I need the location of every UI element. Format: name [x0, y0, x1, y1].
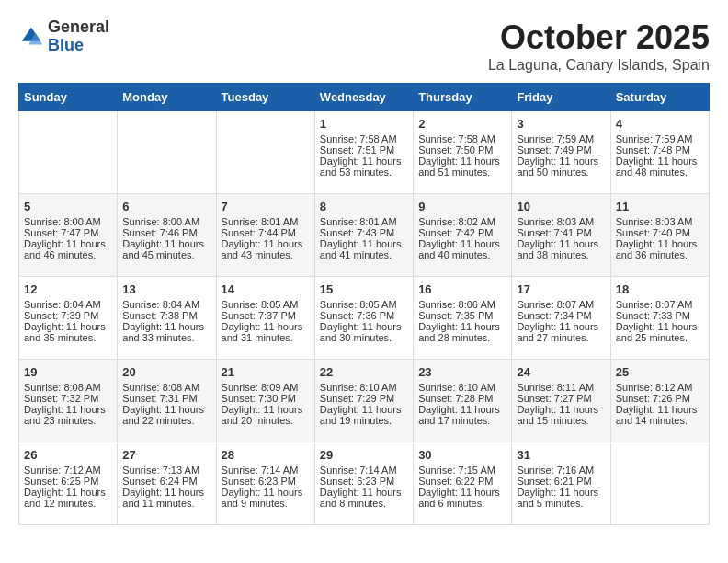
header-friday: Friday: [512, 84, 610, 111]
calendar-cell: [19, 111, 118, 194]
daylight: Daylight: 11 hours and 25 minutes.: [616, 321, 698, 343]
daylight: Daylight: 11 hours and 22 minutes.: [122, 404, 204, 426]
header-thursday: Thursday: [414, 84, 512, 111]
calendar-cell: 26Sunrise: 7:12 AMSunset: 6:25 PMDayligh…: [19, 442, 118, 525]
sunset: Sunset: 7:30 PM: [222, 393, 296, 404]
sunrise: Sunrise: 7:12 AM: [24, 465, 101, 476]
sunrise: Sunrise: 7:58 AM: [320, 133, 397, 144]
daylight: Daylight: 11 hours and 45 minutes.: [122, 238, 204, 260]
daylight: Daylight: 11 hours and 33 minutes.: [122, 321, 204, 343]
calendar-cell: 11Sunrise: 8:03 AMSunset: 7:40 PMDayligh…: [610, 194, 709, 277]
day-number: 30: [418, 448, 506, 462]
day-number: 13: [122, 282, 210, 296]
calendar-cell: 9Sunrise: 8:02 AMSunset: 7:42 PMDaylight…: [414, 194, 512, 277]
day-number: 7: [222, 200, 310, 213]
sunset: Sunset: 7:37 PM: [222, 310, 296, 321]
day-number: 21: [222, 365, 310, 379]
calendar-cell: 10Sunrise: 8:03 AMSunset: 7:41 PMDayligh…: [512, 194, 610, 277]
daylight: Daylight: 11 hours and 28 minutes.: [418, 321, 500, 343]
header-saturday: Saturday: [610, 84, 709, 111]
sunrise: Sunrise: 8:02 AM: [418, 216, 495, 227]
sunset: Sunset: 7:34 PM: [517, 310, 591, 321]
calendar-cell: 27Sunrise: 7:13 AMSunset: 6:24 PMDayligh…: [118, 442, 216, 525]
sunrise: Sunrise: 8:11 AM: [517, 382, 594, 393]
calendar-cell: 5Sunrise: 8:00 AMSunset: 7:47 PMDaylight…: [19, 194, 118, 277]
sunrise: Sunrise: 7:58 AM: [418, 133, 495, 144]
sunrise: Sunrise: 8:00 AM: [122, 216, 199, 227]
sunrise: Sunrise: 7:59 AM: [616, 133, 693, 144]
sunset: Sunset: 6:21 PM: [517, 476, 591, 487]
calendar-cell: 4Sunrise: 7:59 AMSunset: 7:48 PMDaylight…: [610, 111, 709, 194]
daylight: Daylight: 11 hours and 48 minutes.: [616, 155, 698, 178]
calendar-cell: 17Sunrise: 8:07 AMSunset: 7:34 PMDayligh…: [512, 277, 610, 360]
sunset: Sunset: 7:26 PM: [616, 393, 690, 404]
header-sunday: Sunday: [19, 84, 118, 111]
calendar-cell: 19Sunrise: 8:08 AMSunset: 7:32 PMDayligh…: [19, 360, 118, 442]
sunset: Sunset: 7:40 PM: [616, 227, 690, 238]
sunrise: Sunrise: 7:14 AM: [222, 465, 299, 476]
sunset: Sunset: 6:22 PM: [418, 476, 493, 487]
daylight: Daylight: 11 hours and 53 minutes.: [320, 155, 402, 178]
sunset: Sunset: 7:32 PM: [24, 393, 98, 404]
sunset: Sunset: 7:49 PM: [517, 144, 591, 155]
daylight: Daylight: 11 hours and 41 minutes.: [320, 238, 402, 260]
day-number: 5: [24, 200, 112, 213]
daylight: Daylight: 11 hours and 36 minutes.: [616, 238, 698, 260]
daylight: Daylight: 11 hours and 14 minutes.: [616, 404, 698, 426]
calendar-cell: 31Sunrise: 7:16 AMSunset: 6:21 PMDayligh…: [512, 442, 610, 525]
location: La Laguna, Canary Islands, Spain: [488, 57, 710, 74]
sunset: Sunset: 6:25 PM: [24, 476, 98, 487]
day-number: 27: [122, 448, 210, 462]
sunset: Sunset: 7:50 PM: [418, 144, 493, 155]
day-number: 3: [517, 117, 605, 131]
header-wednesday: Wednesday: [314, 84, 413, 111]
logo: General Blue: [18, 18, 109, 55]
logo-icon: [18, 24, 44, 50]
calendar-cell: 8Sunrise: 8:01 AMSunset: 7:43 PMDaylight…: [314, 194, 413, 277]
calendar-cell: 25Sunrise: 8:12 AMSunset: 7:26 PMDayligh…: [610, 360, 709, 442]
daylight: Daylight: 11 hours and 19 minutes.: [320, 404, 402, 426]
sunrise: Sunrise: 8:09 AM: [222, 382, 299, 393]
calendar-cell: 1Sunrise: 7:58 AMSunset: 7:51 PMDaylight…: [314, 111, 413, 194]
day-number: 20: [122, 365, 210, 379]
day-number: 16: [418, 282, 506, 296]
sunset: Sunset: 7:42 PM: [418, 227, 493, 238]
sunset: Sunset: 7:38 PM: [122, 310, 197, 321]
sunset: Sunset: 7:48 PM: [616, 144, 690, 155]
sunrise: Sunrise: 8:05 AM: [222, 299, 299, 310]
title-section: October 2025 La Laguna, Canary Islands, …: [488, 18, 710, 74]
sunrise: Sunrise: 8:12 AM: [616, 382, 693, 393]
sunrise: Sunrise: 8:03 AM: [517, 216, 594, 227]
calendar-cell: 7Sunrise: 8:01 AMSunset: 7:44 PMDaylight…: [216, 194, 314, 277]
logo-text: General Blue: [48, 18, 109, 55]
daylight: Daylight: 11 hours and 23 minutes.: [24, 404, 106, 426]
week-row-0: 1Sunrise: 7:58 AMSunset: 7:51 PMDaylight…: [19, 111, 710, 194]
calendar-cell: 29Sunrise: 7:14 AMSunset: 6:23 PMDayligh…: [314, 442, 413, 525]
week-row-1: 5Sunrise: 8:00 AMSunset: 7:47 PMDaylight…: [19, 194, 710, 277]
day-number: 26: [24, 448, 112, 462]
calendar-cell: 21Sunrise: 8:09 AMSunset: 7:30 PMDayligh…: [216, 360, 314, 442]
sunrise: Sunrise: 7:16 AM: [517, 465, 594, 476]
sunset: Sunset: 7:39 PM: [24, 310, 98, 321]
calendar-cell: [118, 111, 216, 194]
calendar-table: SundayMondayTuesdayWednesdayThursdayFrid…: [18, 83, 710, 525]
sunset: Sunset: 6:23 PM: [320, 476, 394, 487]
sunset: Sunset: 7:43 PM: [320, 227, 394, 238]
day-number: 25: [616, 365, 704, 379]
sunset: Sunset: 7:36 PM: [320, 310, 394, 321]
week-row-2: 12Sunrise: 8:04 AMSunset: 7:39 PMDayligh…: [19, 277, 710, 360]
calendar-cell: 16Sunrise: 8:06 AMSunset: 7:35 PMDayligh…: [414, 277, 512, 360]
sunset: Sunset: 7:47 PM: [24, 227, 98, 238]
sunset: Sunset: 6:24 PM: [122, 476, 197, 487]
day-number: 15: [320, 282, 408, 296]
sunset: Sunset: 7:28 PM: [418, 393, 493, 404]
calendar-cell: 3Sunrise: 7:59 AMSunset: 7:49 PMDaylight…: [512, 111, 610, 194]
calendar-cell: [610, 442, 709, 525]
calendar-cell: 2Sunrise: 7:58 AMSunset: 7:50 PMDaylight…: [414, 111, 512, 194]
sunset: Sunset: 7:35 PM: [418, 310, 493, 321]
header-row: SundayMondayTuesdayWednesdayThursdayFrid…: [19, 84, 710, 111]
sunset: Sunset: 7:41 PM: [517, 227, 591, 238]
sunrise: Sunrise: 7:15 AM: [418, 465, 495, 476]
sunset: Sunset: 7:27 PM: [517, 393, 591, 404]
sunrise: Sunrise: 8:06 AM: [418, 299, 495, 310]
